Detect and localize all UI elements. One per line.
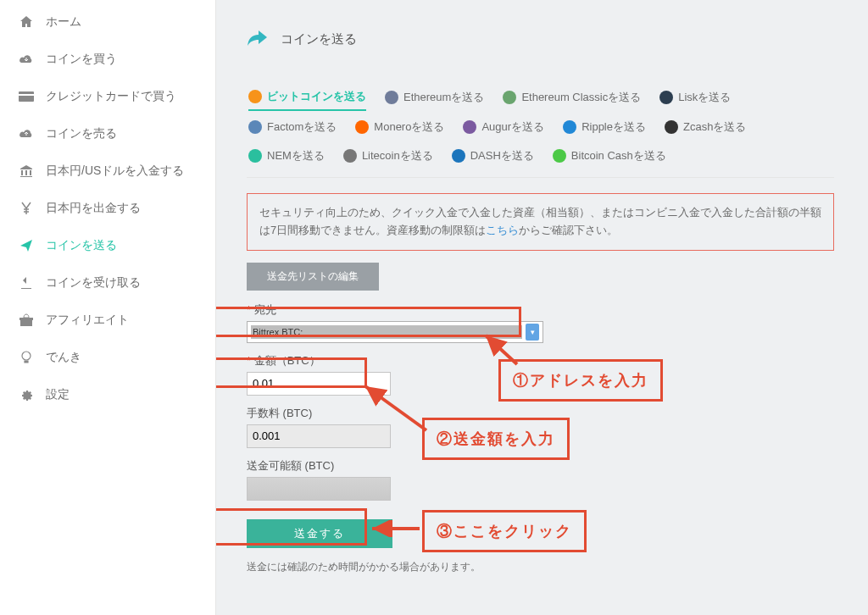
coin-tab-label: Litecoinを送る — [362, 148, 433, 163]
coin-tab[interactable]: Moneroを送る — [355, 119, 444, 140]
send-button[interactable]: 送金する — [247, 519, 392, 548]
coin-tabs: ビットコインを送るEthereumを送るEthereum Classicを送るL… — [247, 84, 834, 178]
field-available: 送金可能額 (BTC) — [247, 458, 834, 501]
security-notice: セキュリティ向上のため、クイック入金で入金した資産（相当額）、またはコンビニ入金… — [247, 193, 834, 251]
coin-icon — [343, 149, 357, 163]
gear-icon — [19, 387, 34, 402]
download-icon — [19, 275, 34, 291]
coin-tab[interactable]: Ethereumを送る — [385, 89, 484, 111]
sidebar-item-label: アフィリエイト — [46, 313, 129, 328]
coin-tab[interactable]: DASHを送る — [452, 148, 534, 169]
foot-note: 送金には確認のため時間がかかる場合があります。 — [247, 560, 834, 574]
coin-tab[interactable]: Factomを送る — [248, 119, 337, 140]
coin-icon — [563, 120, 576, 134]
sidebar: ホーム コインを買う クレジットカードで買う コインを売る 日本円/USドルを入… — [0, 0, 216, 615]
coin-tab[interactable]: ビットコインを送る — [248, 89, 366, 111]
coin-tab-label: Factomを送る — [267, 119, 337, 135]
sidebar-item-credit[interactable]: クレジットカードで買う — [0, 78, 215, 115]
sidebar-item-sell-coin[interactable]: コインを売る — [0, 115, 215, 152]
select-toggle-icon[interactable]: ▾ — [526, 324, 539, 341]
coin-tab[interactable]: Zcashを送る — [665, 119, 746, 140]
coin-icon — [503, 91, 516, 104]
svg-rect-0 — [19, 91, 34, 102]
cloud-upload-icon — [19, 126, 34, 141]
page-header: コインを送る — [247, 29, 834, 50]
coin-icon — [385, 91, 398, 104]
coin-tab-label: Moneroを送る — [374, 119, 444, 135]
destination-select[interactable]: Bittrex BTC: ▾ — [247, 321, 543, 343]
field-destination: * 宛先 Bittrex BTC: ▾ — [247, 302, 834, 343]
coin-tab[interactable]: Augurを送る — [463, 119, 544, 140]
card-icon — [19, 89, 34, 104]
gift-icon — [19, 313, 34, 328]
coin-tab-label: ビットコインを送る — [267, 89, 366, 104]
coin-tab[interactable]: Bitcoin Cashを送る — [553, 148, 666, 169]
destination-label: 宛先 — [254, 303, 276, 316]
yen-icon — [19, 201, 34, 216]
field-fee: 手数料 (BTC) — [247, 406, 834, 448]
coin-tab-label: Bitcoin Cashを送る — [571, 148, 666, 163]
coin-icon — [463, 120, 476, 134]
forward-arrow-icon — [247, 29, 269, 50]
sidebar-item-affiliate[interactable]: アフィリエイト — [0, 302, 215, 339]
sidebar-item-deposit-fiat[interactable]: 日本円/USドルを入金する — [0, 152, 215, 190]
edit-destination-list-button[interactable]: 送金先リストの編集 — [247, 263, 379, 291]
bank-icon — [19, 163, 34, 179]
coin-tab[interactable]: Liskを送る — [659, 89, 731, 111]
coin-icon — [248, 149, 262, 163]
sidebar-item-label: コインを送る — [46, 238, 117, 253]
field-amount: * 金額（BTC） — [247, 353, 834, 396]
sidebar-item-label: でんき — [46, 350, 81, 365]
sidebar-item-label: コインを受け取る — [46, 275, 141, 291]
sidebar-item-label: コインを買う — [46, 52, 117, 67]
coin-tab-label: Rippleを送る — [581, 119, 646, 135]
coin-tab[interactable]: Rippleを送る — [563, 119, 646, 140]
svg-rect-1 — [19, 94, 34, 96]
sidebar-item-settings[interactable]: 設定 — [0, 376, 215, 413]
sidebar-item-label: クレジットカードで買う — [46, 89, 176, 104]
amount-label: 金額（BTC） — [254, 354, 320, 367]
coin-icon — [659, 91, 673, 104]
fee-display — [247, 424, 391, 448]
available-label: 送金可能額 (BTC) — [247, 458, 834, 474]
available-display — [247, 477, 391, 501]
sidebar-item-label: 日本円/USドルを入金する — [46, 163, 184, 179]
destination-value: Bittrex BTC: — [251, 325, 522, 339]
notice-link[interactable]: こちら — [486, 224, 519, 236]
svg-point-4 — [22, 352, 31, 360]
bulb-icon — [19, 350, 34, 365]
notice-text: からご確認下さい。 — [519, 224, 618, 236]
sidebar-item-send-coin[interactable]: コインを送る — [0, 227, 215, 264]
main-content: コインを送る ビットコインを送るEthereumを送るEthereum Clas… — [216, 0, 868, 615]
coin-tab-label: Ethereum Classicを送る — [521, 90, 641, 105]
coin-tab-label: NEMを送る — [267, 148, 325, 163]
coin-tab[interactable]: NEMを送る — [248, 148, 325, 169]
coin-tab-label: Ethereumを送る — [403, 90, 484, 105]
coin-tab-label: DASHを送る — [470, 148, 534, 163]
annotation-label-3: ③ここをクリック — [422, 510, 587, 552]
coin-tab-label: Augurを送る — [481, 119, 544, 135]
coin-tab-label: Zcashを送る — [683, 119, 746, 135]
coin-icon — [665, 120, 678, 134]
sidebar-item-withdraw-fiat[interactable]: 日本円を出金する — [0, 190, 215, 227]
coin-icon — [553, 149, 566, 163]
sidebar-item-receive-coin[interactable]: コインを受け取る — [0, 264, 215, 302]
svg-rect-3 — [20, 320, 32, 326]
amount-input[interactable] — [247, 372, 391, 396]
send-icon — [19, 238, 34, 253]
coin-tab[interactable]: Litecoinを送る — [343, 148, 433, 169]
sidebar-item-label: 日本円を出金する — [46, 201, 141, 216]
sidebar-item-denki[interactable]: でんき — [0, 339, 215, 376]
home-icon — [19, 14, 34, 30]
sidebar-item-label: ホーム — [46, 14, 81, 30]
coin-icon — [248, 120, 262, 134]
sidebar-item-label: コインを売る — [46, 126, 117, 141]
coin-tab-label: Liskを送る — [678, 90, 731, 105]
page-title: コインを送る — [281, 31, 357, 47]
sidebar-item-buy-coin[interactable]: コインを買う — [0, 41, 215, 78]
coin-icon — [355, 120, 369, 134]
cloud-download-icon — [19, 52, 34, 67]
coin-tab[interactable]: Ethereum Classicを送る — [503, 89, 641, 111]
fee-label: 手数料 (BTC) — [247, 406, 834, 421]
sidebar-item-home[interactable]: ホーム — [0, 3, 215, 41]
